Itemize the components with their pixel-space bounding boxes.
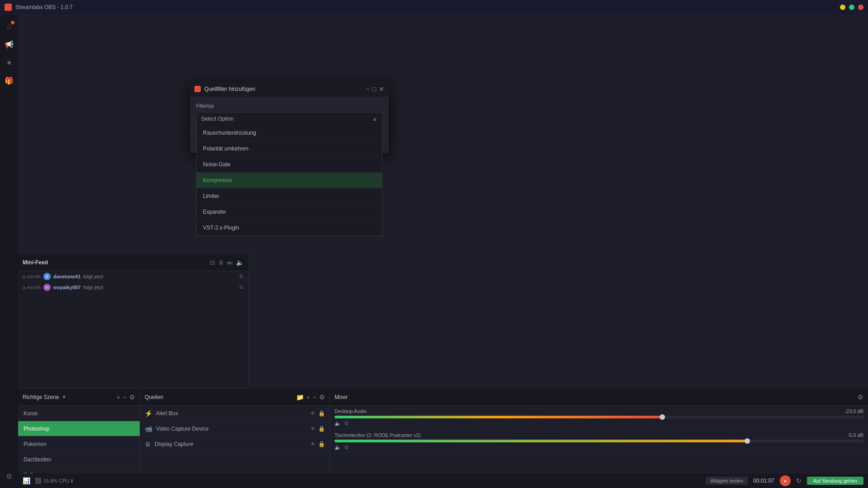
filter-dialog: Quellfilter hinzufügen − □ ✕ Filtertyp S… <box>190 81 389 153</box>
mixer-handle-desktop[interactable] <box>660 414 665 420</box>
scene-list: Kurse Photoshop Pokemon Dachboden Keller <box>18 406 140 474</box>
feed-action-2: folgt jetzt <box>83 285 103 290</box>
widgets-test-button[interactable]: Widgets testen <box>706 477 748 485</box>
sources-actions[interactable]: 📁 + − ⚙ <box>296 394 325 401</box>
mixer-title: Mixer <box>335 394 348 400</box>
mini-feed-volume-icon[interactable]: 🔈 <box>236 259 244 266</box>
dialog-titlebar: Quellfilter hinzufügen − □ ✕ <box>190 81 389 97</box>
feed-refresh-1[interactable]: ↻ <box>239 273 244 280</box>
filter-option-rausch[interactable]: Rauschunterdrückung <box>197 125 382 141</box>
scene-name-pokemon: Pokemon <box>24 441 47 447</box>
source-item-display[interactable]: 🖥 Display Capture 👁 🔒 <box>140 436 330 452</box>
mini-feed-filter-icon[interactable]: ⊟ <box>210 259 215 266</box>
scenes-add-icon[interactable]: + <box>117 394 120 401</box>
status-bar: 📊 ⬛ 15.8% CPU ℹ Widgets testen 00:01:07 … <box>18 474 868 488</box>
source-eye-icon-3[interactable]: 👁 <box>310 441 316 447</box>
mixer-settings-icon[interactable]: ⚙ <box>858 394 863 401</box>
mixer-handle-mic[interactable] <box>745 438 750 444</box>
filter-option-noisegate[interactable]: Noise-Gate <box>197 157 382 173</box>
mixer-panel: Mixer ⚙ Desktop Audio -23.0 dB 🔈 ⚙ <box>330 389 868 488</box>
main-area: Streamlabs OBS - 1.0.7 Quellfilter hinzu… <box>18 14 868 488</box>
source-name-alertbox: Alert Box <box>156 410 307 417</box>
mixer-mute-icon-mic[interactable]: 🔈 <box>335 444 341 450</box>
source-actions-display[interactable]: 👁 🔒 <box>310 441 325 447</box>
source-actions-alertbox[interactable]: 👁 🔒 <box>310 410 325 417</box>
sidebar-icon-settings[interactable]: ⚙ <box>2 469 16 483</box>
source-item-alertbox[interactable]: ⚡ Alert Box 👁 🔒 <box>140 406 330 421</box>
source-lock-icon-2[interactable]: 🔒 <box>318 426 325 432</box>
mixer-track-desktop <box>335 416 863 418</box>
feed-item-2: a month m mrpalky007 folgt jetzt ↻ <box>18 282 248 293</box>
scenes-settings-icon[interactable]: ⚙ <box>129 394 135 401</box>
source-actions-video[interactable]: 👁 🔒 <box>310 426 325 432</box>
mixer-actions[interactable]: ⚙ <box>858 394 863 401</box>
window-controls[interactable] <box>840 5 863 10</box>
sidebar-icon-star[interactable]: ★ <box>2 55 16 70</box>
mixer-controls-desktop: 🔈 ⚙ <box>335 420 863 427</box>
mini-feed-header: Mini-Feed ⊟ ⏸ ⏭ 🔈 <box>18 254 248 271</box>
filter-option-polaritat[interactable]: Polarität umkehren <box>197 141 382 157</box>
left-sidebar: ⌂ 📢 ★ 🎁 ⚙ <box>0 14 18 488</box>
source-eye-icon-1[interactable]: 👁 <box>310 410 316 417</box>
mixer-gear-icon-mic[interactable]: ⚙ <box>344 444 349 450</box>
feed-avatar-2: m <box>43 284 51 291</box>
scene-item-pokemon[interactable]: Pokemon <box>18 436 140 452</box>
feed-refresh-2[interactable]: ↻ <box>239 284 244 291</box>
dialog-close-btn[interactable]: ✕ <box>379 85 384 93</box>
video-capture-icon: 📹 <box>145 425 152 432</box>
scenes-remove-icon[interactable]: − <box>123 394 127 401</box>
cpu-label: 15.8% CPU <box>43 478 69 483</box>
mixer-db-mic: -5.0 dB <box>848 432 863 438</box>
sources-remove-icon[interactable]: − <box>313 394 316 401</box>
scenes-actions[interactable]: + − ⚙ <box>117 394 135 401</box>
bottom-panel: Richtige Szene ▼ + − ⚙ Kurse Photoshop P… <box>18 389 868 488</box>
mini-feed-pause-icon[interactable]: ⏸ <box>218 259 224 266</box>
select-header[interactable]: Select Option ▲ <box>197 113 382 125</box>
sidebar-icon-gift[interactable]: 🎁 <box>2 73 16 88</box>
sources-settings-icon[interactable]: ⚙ <box>319 394 325 401</box>
sources-add-icon[interactable]: + <box>307 394 310 401</box>
mixer-controls-mic: 🔈 ⚙ <box>335 444 863 450</box>
select-value: Select Option <box>201 116 372 122</box>
filter-option-expander[interactable]: Expander <box>197 204 382 220</box>
scene-item-kurse[interactable]: Kurse <box>18 406 140 421</box>
alert-box-icon: ⚡ <box>145 410 152 417</box>
rec-button[interactable]: ● <box>780 475 791 486</box>
filter-option-vst[interactable]: VST-2.x-Plugin <box>197 220 382 236</box>
go-live-button[interactable]: Auf Sendung gehen <box>807 477 863 485</box>
scene-item-dachboden[interactable]: Dachboden <box>18 452 140 467</box>
reset-icon[interactable]: ↻ <box>796 477 802 484</box>
mixer-fill-desktop <box>335 416 662 418</box>
scene-item-photoshop[interactable]: Photoshop <box>18 421 140 436</box>
feed-item-1: a month d davetone41 folgt jetzt ↻ <box>18 271 248 282</box>
mini-feed-skip-icon[interactable]: ⏭ <box>227 259 233 266</box>
filter-option-kompressor[interactable]: Kompressor <box>197 173 382 188</box>
source-item-video[interactable]: 📹 Video Capture Device 👁 🔒 <box>140 421 330 436</box>
sidebar-icon-alerts[interactable]: 📢 <box>2 37 16 52</box>
mini-feed-section: Mini-Feed ⊟ ⏸ ⏭ 🔈 a month d davetone41 f… <box>18 254 249 389</box>
sources-title: Quellen <box>145 394 163 400</box>
filter-option-limiter[interactable]: Limiter <box>197 188 382 204</box>
mixer-gear-icon-desktop[interactable]: ⚙ <box>344 420 349 427</box>
info-icon[interactable]: ℹ <box>71 478 73 484</box>
minimize-button[interactable] <box>840 5 845 10</box>
mixer-channel-desktop: Desktop Audio -23.0 dB 🔈 ⚙ <box>330 406 868 430</box>
dialog-window-controls[interactable]: − □ ✕ <box>366 85 384 93</box>
scene-item-keller[interactable]: Keller <box>18 467 140 474</box>
dialog-min-btn[interactable]: − <box>366 85 369 93</box>
dialog-title: Quellfilter hinzufügen <box>204 86 255 92</box>
mixer-mute-icon-desktop[interactable]: 🔈 <box>335 420 341 427</box>
sources-folder-icon[interactable]: 📁 <box>296 394 304 401</box>
dialog-max-btn[interactable]: □ <box>373 85 376 93</box>
source-eye-icon-2[interactable]: 👁 <box>310 426 316 432</box>
source-lock-icon-3[interactable]: 🔒 <box>318 441 325 447</box>
feed-avatar-1: d <box>43 273 51 280</box>
close-button[interactable] <box>858 5 863 10</box>
source-lock-icon-1[interactable]: 🔒 <box>318 410 325 417</box>
filter-type-select[interactable]: Select Option ▲ Rauschunterdrückung Pola… <box>196 112 382 126</box>
feed-user-1: davetone41 <box>53 274 81 279</box>
status-graph-icon[interactable]: 📊 <box>23 477 30 484</box>
maximize-button[interactable] <box>849 5 854 10</box>
sidebar-icon-home[interactable]: ⌂ <box>2 19 16 33</box>
scenes-dropdown-icon[interactable]: ▼ <box>62 394 66 399</box>
